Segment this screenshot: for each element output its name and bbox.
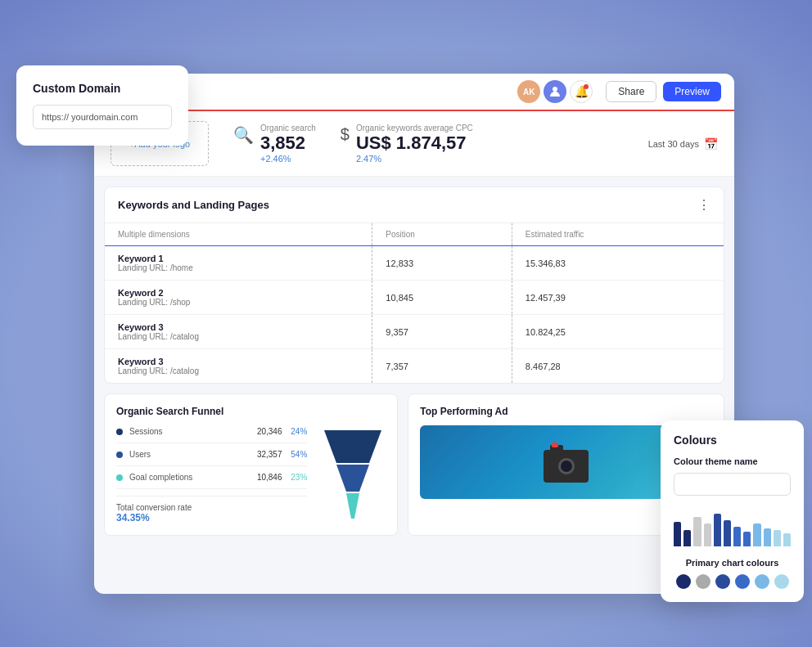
table-row: Keyword 2 Landing URL: /shop 10,845 12.4… [105, 281, 724, 315]
colour-dot[interactable] [715, 574, 730, 589]
colour-dot[interactable] [696, 574, 710, 589]
notification-bell[interactable]: 🔔 [570, 80, 593, 103]
bottom-row: Organic Search Funnel Sessions 20,346 24… [94, 393, 734, 546]
avg-cpc-value: US$ 1.874,57 [356, 133, 473, 154]
keyword-cell: Keyword 1 Landing URL: /home [105, 246, 372, 281]
organic-search-value: 3,852 [260, 133, 316, 154]
organic-search-label: Organic search [260, 124, 316, 133]
more-options-button[interactable]: ⋮ [697, 197, 710, 213]
funnel-card: Organic Search Funnel Sessions 20,346 24… [104, 393, 398, 536]
avg-cpc-stat: $ Organic keywords average CPC US$ 1.874… [341, 124, 473, 164]
colour-dot[interactable] [774, 574, 789, 589]
preview-button[interactable]: Preview [663, 82, 721, 101]
bar-item [683, 530, 691, 546]
dollar-icon: $ [341, 125, 350, 144]
camera-button [552, 443, 558, 447]
ad-title: Top Performing Ad [420, 406, 712, 417]
traffic-cell: 15.346,83 [512, 246, 724, 281]
users-label: Users [129, 450, 250, 459]
goals-dot [116, 474, 123, 481]
table-row: Keyword 1 Landing URL: /home 12,833 15.3… [105, 246, 724, 281]
bar-item [743, 532, 751, 546]
bar-item [764, 528, 771, 546]
sessions-label: Sessions [129, 427, 250, 436]
colour-dot[interactable] [755, 574, 769, 589]
funnel-svg-wrap [320, 427, 386, 523]
colours-title: Colours [674, 434, 791, 447]
total-conversion-row: Total conversion rate 34.35% [116, 496, 307, 523]
calendar-icon: 📅 [704, 137, 718, 151]
position-cell: 10,845 [372, 281, 512, 315]
avatar-user [544, 80, 566, 103]
keyword-cell: Keyword 3 Landing URL: /catalog [105, 349, 372, 384]
table-row: Keyword 3 Landing URL: /catalog 7,357 8.… [105, 349, 724, 384]
main-content: Keywords and Landing Pages ⋮ Multiple di… [94, 177, 734, 393]
traffic-cell: 10.824,25 [512, 315, 724, 349]
avatar-ak: AK [517, 80, 540, 103]
theme-name-label: Colour theme name [674, 456, 791, 466]
svg-point-0 [553, 87, 557, 92]
col-traffic: Estimated traffic [512, 223, 724, 246]
mini-bar-chart [674, 505, 791, 546]
keywords-card: Keywords and Landing Pages ⋮ Multiple di… [104, 186, 724, 384]
users-dot [116, 452, 123, 458]
goals-pct: 23% [288, 473, 307, 482]
primary-colours-label: Primary chart colours [674, 558, 791, 568]
organic-search-change: +2.46% [260, 154, 316, 164]
colour-dot[interactable] [676, 574, 691, 589]
bar-item [693, 517, 701, 546]
colours-panel: Colours Colour theme name Custom theme P… [661, 420, 804, 602]
custom-domain-input[interactable]: https:// yourdomain.com [33, 105, 172, 129]
funnel-title: Organic Search Funnel [116, 406, 386, 417]
goals-label: Goal completions [129, 473, 250, 482]
bar-item [674, 522, 681, 546]
total-value: 34.35% [116, 512, 150, 523]
notif-dot [584, 84, 589, 89]
position-cell: 9,357 [372, 315, 512, 349]
bar-item [774, 530, 781, 546]
bar-item [724, 520, 731, 546]
col-dimensions: Multiple dimensions [105, 223, 372, 246]
theme-name-input[interactable]: Custom theme [674, 473, 791, 496]
users-value: 32,357 [257, 450, 282, 459]
svg-marker-1 [324, 430, 381, 463]
bar-item [714, 514, 721, 546]
share-button[interactable]: Share [606, 81, 656, 102]
bar-item [704, 523, 711, 546]
colour-dots [674, 574, 791, 589]
traffic-cell: 8.467,28 [512, 349, 724, 384]
funnel-users: Users 32,357 54% [116, 450, 307, 466]
col-position: Position [372, 223, 512, 246]
stats-row: +Add your logo 🔍 Organic search 3,852 +2… [94, 111, 734, 177]
keywords-header: Keywords and Landing Pages ⋮ [105, 187, 724, 223]
traffic-cell: 12.457,39 [512, 281, 724, 315]
custom-domain-popup: Custom Domain https:// yourdomain.com [16, 65, 188, 146]
position-cell: 12,833 [372, 246, 512, 281]
date-filter-label: Last 30 days [648, 139, 699, 149]
avatar-group: AK 🔔 [517, 80, 593, 103]
svg-marker-2 [336, 465, 369, 492]
keywords-title: Keywords and Landing Pages [118, 199, 269, 211]
top-bar: AK 🔔 Share Preview [94, 74, 734, 111]
sessions-value: 20,346 [257, 427, 282, 436]
total-label: Total conversion rate [116, 503, 192, 512]
funnel-goals: Goal completions 10,846 23% [116, 473, 307, 489]
date-filter[interactable]: Last 30 days 📅 [648, 137, 718, 151]
sessions-dot [116, 429, 123, 435]
bar-item [733, 527, 741, 546]
svg-marker-3 [346, 493, 359, 519]
organic-search-stat: 🔍 Organic search 3,852 +2.46% [233, 124, 316, 164]
custom-domain-title: Custom Domain [33, 82, 172, 95]
position-cell: 7,357 [372, 349, 512, 384]
table-row: Keyword 3 Landing URL: /catalog 9,357 10… [105, 315, 724, 349]
goals-value: 10,846 [257, 473, 282, 482]
camera-lens [558, 458, 575, 474]
users-pct: 54% [288, 450, 307, 459]
keyword-cell: Keyword 2 Landing URL: /shop [105, 281, 372, 315]
avg-cpc-label: Organic keywords average CPC [356, 124, 473, 133]
colour-dot[interactable] [735, 574, 750, 589]
search-icon: 🔍 [233, 125, 254, 145]
dashboard-card: AK 🔔 Share Preview +Add your logo 🔍 Orga… [94, 74, 734, 594]
funnel-legend: Sessions 20,346 24% Users 32,357 54% Goa… [116, 427, 307, 523]
camera-body [544, 450, 589, 483]
